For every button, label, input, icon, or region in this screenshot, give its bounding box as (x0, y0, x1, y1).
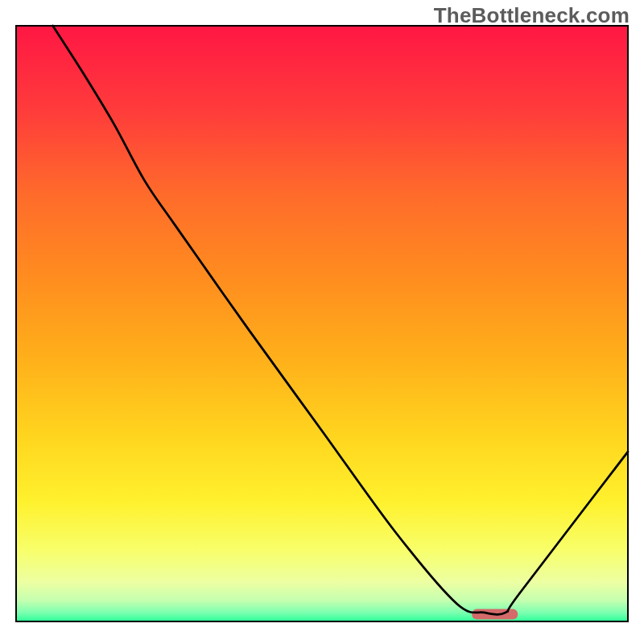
chart-stage: TheBottleneck.com (0, 0, 644, 644)
bottleneck-chart (0, 0, 644, 644)
